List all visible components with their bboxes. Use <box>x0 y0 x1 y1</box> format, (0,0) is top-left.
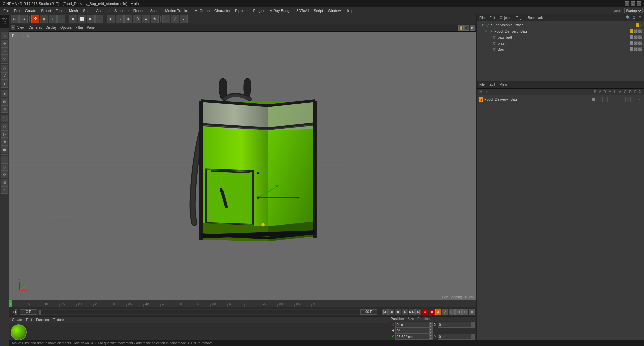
frame-expand[interactable]: ▸ <box>15 309 17 315</box>
h-rot-down[interactable]: ▼ <box>429 331 432 334</box>
loop-indicator[interactable]: ⟳ <box>442 309 448 315</box>
point-tb-button[interactable]: • <box>180 15 188 23</box>
paint-icon[interactable]: ⌒ <box>1 156 8 163</box>
x-size-down[interactable]: ▼ <box>471 325 475 328</box>
x-pos-up[interactable]: ▲ <box>429 322 432 325</box>
render-region-button[interactable]: ⬜ <box>78 15 86 23</box>
mat-texture-btn[interactable]: Texture <box>52 318 65 322</box>
measure-icon[interactable]: ⬡ <box>1 123 8 130</box>
menu-animate[interactable]: Animate <box>94 8 112 13</box>
deformer-button[interactable]: ⊙ <box>116 15 124 23</box>
grid-icon[interactable]: ⊞ <box>1 179 8 186</box>
point-tool-icon[interactable]: ● <box>1 80 8 88</box>
light-icon[interactable]: ✱ <box>1 138 8 146</box>
layout-select[interactable]: Startup <box>624 8 643 13</box>
menu-mograph[interactable]: MoGraph <box>192 8 212 13</box>
y-size-field[interactable]: 0 cm ▲ ▼ <box>438 334 475 340</box>
menu-motion-tracker[interactable]: Motion Tracker <box>163 8 192 13</box>
tree-item-subdivision[interactable]: ▼ ⬡ Subdivision Surface ✓ <box>477 22 643 28</box>
vp-cameras-menu[interactable]: Cameras <box>27 25 44 30</box>
polygon-tool-icon[interactable]: ⬡ <box>1 65 8 72</box>
end-frame-input[interactable] <box>360 309 377 315</box>
motion-indicator[interactable]: ⊡ <box>455 309 462 315</box>
menu-plugins[interactable]: Plugins <box>251 8 267 13</box>
obj-objects-btn[interactable]: Objects <box>498 16 513 20</box>
edge-tb-button[interactable]: ╱ <box>171 15 179 23</box>
menu-tools[interactable]: Tools <box>54 8 66 13</box>
attr-view-btn[interactable]: View <box>498 82 508 87</box>
play-button[interactable]: ▶ <box>402 309 408 315</box>
viewport-menu-icon[interactable]: ≡ <box>11 25 15 30</box>
vp-options-menu[interactable]: Options <box>59 25 73 30</box>
uv-mode-icon[interactable]: ⊞ <box>1 105 8 113</box>
maximize-button[interactable]: □ <box>631 1 635 6</box>
menu-help[interactable]: Help <box>344 8 356 13</box>
render-region-icon[interactable]: ⬛ <box>1 115 8 122</box>
menu-simulate[interactable]: Simulate <box>112 8 131 13</box>
tree-item-plast[interactable]: ▽ plast <box>477 40 643 46</box>
mat-edit-btn[interactable]: Edit <box>25 318 33 322</box>
timeline-indicator[interactable]: ≡ <box>469 309 475 315</box>
search-icon[interactable]: 🔍 <box>625 15 631 20</box>
keyframe-button[interactable]: ◆ <box>435 309 441 315</box>
goto-start-button[interactable]: |◀ <box>382 309 388 315</box>
layers-icon[interactable]: ≡ <box>1 186 8 194</box>
rotate-tool-icon[interactable]: ⟳ <box>1 55 8 62</box>
timeline-scrubber[interactable] <box>38 309 359 315</box>
move-tool-icon[interactable]: ✛ <box>1 40 8 47</box>
menu-mesh[interactable]: Mesh <box>67 8 80 13</box>
y-mode-button[interactable]: Y <box>49 15 57 23</box>
obj-file-btn[interactable]: File <box>478 16 486 20</box>
render-all-button[interactable]: ⬛ <box>95 15 103 23</box>
obj-tags-btn[interactable]: Tags <box>515 16 524 20</box>
menu-file[interactable]: File <box>1 8 11 13</box>
render-viewport-button[interactable]: ▶ <box>87 15 95 23</box>
attr-file-btn[interactable]: File <box>478 82 486 87</box>
scrubber-handle[interactable] <box>39 310 41 315</box>
tree-item-bag-root[interactable]: ▼ ◎ Food_Delivery_Bag <box>477 28 643 34</box>
edge-tool-icon[interactable]: ╱ <box>1 72 8 80</box>
x-size-up[interactable]: ▲ <box>471 322 475 325</box>
current-frame-input[interactable] <box>20 309 37 315</box>
stop-button[interactable]: ◼ <box>395 309 401 315</box>
move-mode-button[interactable]: ✛ <box>31 15 39 23</box>
vp-filter-menu[interactable]: Filter <box>74 25 85 30</box>
object-button[interactable]: ◐ <box>107 15 115 23</box>
menu-vray[interactable]: V-Ray Bridge <box>268 8 294 13</box>
attr-row-bag[interactable]: ◎ Food_Delivery_Bag ⊡ <box>477 96 643 103</box>
record-auto-button[interactable]: ⏺ <box>429 309 435 315</box>
x-size-field[interactable]: 0 cm ▲ ▼ <box>438 322 475 328</box>
material-button[interactable]: ● <box>142 15 150 23</box>
preview-indicator[interactable]: ◫ <box>449 309 455 315</box>
model-mode-icon[interactable]: ■ <box>1 90 8 97</box>
y-pos-field[interactable]: 26.692 cm ▲ ▼ <box>395 334 433 340</box>
3d-viewport[interactable]: Perspective <box>9 32 476 300</box>
menu-edit[interactable]: Edit <box>12 8 22 13</box>
light-tb-button[interactable]: ☀ <box>151 15 159 23</box>
generator-button[interactable]: ⬡ <box>133 15 141 23</box>
obj-bookmarks-btn[interactable]: Bookmarks <box>526 16 546 20</box>
vp-view-menu[interactable]: View <box>16 25 26 30</box>
menu-script[interactable]: Script <box>312 8 325 13</box>
texture-mode-icon[interactable]: ◐ <box>1 98 8 105</box>
poly-button[interactable]: ⬛ <box>162 15 170 23</box>
filter-icon[interactable]: ⚙ <box>631 15 637 20</box>
render-frame-button[interactable]: ■ <box>69 15 77 23</box>
x-pos-down[interactable]: ▼ <box>429 325 432 328</box>
vp-render-icon[interactable]: ▶ <box>470 25 475 31</box>
undo-button[interactable]: ↩ <box>11 15 19 23</box>
close-button[interactable]: × <box>637 1 641 6</box>
tree-item-bag-belt[interactable]: ▽ bag_belt <box>477 34 643 40</box>
redo-button[interactable]: ↪ <box>19 15 28 23</box>
collapse-icon[interactable]: ⊟ <box>637 15 643 20</box>
settings-icon[interactable]: ⚙ <box>1 171 8 178</box>
y-pos-down[interactable]: ▼ <box>429 337 432 340</box>
geometry-icon[interactable]: ⬢ <box>1 146 8 153</box>
y-pos-up[interactable]: ▲ <box>429 334 432 337</box>
x-pos-field[interactable]: 0 cm ▲ ▼ <box>395 322 433 328</box>
vp-fullscreen-icon[interactable]: ⬛ <box>464 25 469 31</box>
menu-select[interactable]: Select <box>39 8 53 13</box>
camera-icon[interactable]: ▷ <box>1 130 8 138</box>
attr-edit-btn[interactable]: Edit <box>488 82 496 87</box>
menu-sculpt[interactable]: Sculpt <box>148 8 163 13</box>
